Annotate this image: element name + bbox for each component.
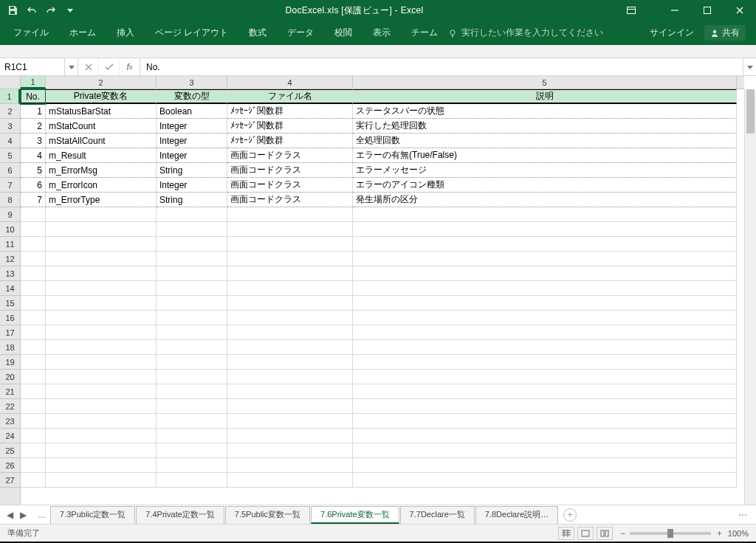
cell[interactable] (21, 340, 46, 355)
cell[interactable] (157, 222, 227, 237)
undo-icon[interactable] (24, 2, 40, 18)
cell[interactable] (157, 355, 227, 370)
cell[interactable] (46, 325, 157, 340)
sheet-overflow-left[interactable]: ... (33, 510, 49, 520)
qat-customize-icon[interactable] (62, 2, 78, 18)
cell[interactable]: 画面コードクラス (227, 178, 353, 193)
tab-data[interactable]: データ (277, 21, 324, 45)
cell[interactable] (353, 384, 737, 399)
row-header[interactable]: 6 (0, 163, 20, 178)
cell[interactable] (227, 340, 353, 355)
cell[interactable] (46, 370, 157, 384)
page-layout-view-button[interactable] (577, 527, 594, 540)
cell[interactable]: m_ErrorIcon (46, 178, 157, 193)
row-header[interactable]: 10 (0, 222, 20, 237)
close-button[interactable] (724, 0, 756, 21)
row-header[interactable]: 19 (0, 355, 20, 370)
row-header[interactable]: 27 (0, 473, 20, 488)
sheet-tab[interactable]: 7.3Public定数一覧 (50, 506, 135, 524)
normal-view-button[interactable] (558, 527, 574, 540)
cell[interactable]: m_ErrorType (46, 193, 157, 207)
signin-link[interactable]: サインイン (650, 27, 694, 39)
formula-bar-expand[interactable] (743, 58, 756, 75)
cell[interactable]: 説明 (353, 89, 737, 104)
cell[interactable] (46, 252, 157, 266)
row-header[interactable]: 24 (0, 429, 20, 443)
cell[interactable] (46, 473, 157, 488)
cell[interactable] (21, 399, 46, 414)
cell[interactable] (21, 325, 46, 340)
cell[interactable]: 画面コードクラス (227, 193, 353, 207)
cell[interactable] (353, 414, 737, 429)
cell[interactable] (157, 325, 227, 340)
cell[interactable] (21, 237, 46, 252)
cell[interactable]: Integer (157, 134, 227, 148)
cell[interactable]: 全処理回数 (353, 134, 737, 148)
cell[interactable] (353, 458, 737, 473)
zoom-slider-knob[interactable] (667, 529, 673, 538)
save-icon[interactable] (4, 2, 21, 18)
enter-formula-button[interactable] (99, 58, 120, 75)
row-header[interactable]: 11 (0, 237, 20, 252)
cell-area[interactable]: No.Private変数名変数の型ファイル名説明1mStatusBarStatB… (21, 89, 744, 505)
cell[interactable] (46, 311, 157, 325)
cell[interactable] (353, 325, 737, 340)
cell[interactable] (46, 281, 157, 296)
cell[interactable]: m_Result (46, 148, 157, 163)
cell[interactable]: 7 (21, 193, 46, 207)
column-header[interactable]: 5 (353, 76, 737, 89)
cell[interactable]: ファイル名 (227, 89, 353, 104)
column-headers[interactable]: 12345 (21, 76, 744, 89)
cell[interactable] (157, 473, 227, 488)
row-header[interactable]: 26 (0, 458, 20, 473)
cell[interactable]: Private変数名 (46, 89, 157, 104)
cell[interactable] (157, 399, 227, 414)
page-break-view-button[interactable] (597, 527, 613, 540)
cell[interactable] (353, 429, 737, 443)
cell[interactable] (46, 399, 157, 414)
row-header[interactable]: 22 (0, 399, 20, 414)
minimize-button[interactable] (659, 0, 691, 21)
spreadsheet-grid[interactable]: 12345 1234567891011121314151617181920212… (0, 76, 756, 505)
cell[interactable] (46, 429, 157, 443)
row-header[interactable]: 23 (0, 414, 20, 429)
cell[interactable]: Integer (157, 119, 227, 134)
maximize-button[interactable] (691, 0, 724, 21)
row-header[interactable]: 4 (0, 134, 20, 148)
cell[interactable] (353, 311, 737, 325)
row-header[interactable]: 14 (0, 281, 20, 296)
sheet-tab[interactable]: 7.4Private定数一覧 (136, 506, 224, 524)
cell[interactable] (46, 296, 157, 311)
cell[interactable] (227, 311, 353, 325)
row-header[interactable]: 9 (0, 207, 20, 222)
cell[interactable] (227, 473, 353, 488)
sheet-nav-next-icon[interactable]: ▶ (18, 510, 28, 520)
tab-review[interactable]: 校閲 (324, 21, 362, 45)
cell[interactable]: 変数の型 (157, 89, 227, 104)
cell[interactable] (157, 414, 227, 429)
cell[interactable]: 3 (21, 134, 46, 148)
cell[interactable]: ﾒｯｾｰｼﾞ関数群 (227, 119, 353, 134)
cell[interactable] (157, 384, 227, 399)
cell[interactable]: Boolean (157, 104, 227, 119)
cell[interactable]: ﾒｯｾｰｼﾞ関数群 (227, 134, 353, 148)
cell[interactable] (227, 370, 353, 384)
tell-me[interactable]: 実行したい作業を入力してください (448, 27, 603, 39)
tab-formulas[interactable]: 数式 (238, 21, 277, 45)
cell[interactable] (157, 311, 227, 325)
cell[interactable] (353, 237, 737, 252)
cell[interactable]: String (157, 193, 227, 207)
cell[interactable] (46, 222, 157, 237)
cell[interactable]: 画面コードクラス (227, 148, 353, 163)
cell[interactable]: m_ErrorMsg (46, 163, 157, 178)
cell[interactable] (157, 370, 227, 384)
cell[interactable] (46, 237, 157, 252)
select-all-corner[interactable] (0, 76, 21, 89)
row-header[interactable]: 5 (0, 148, 20, 163)
share-button[interactable]: 共有 (704, 25, 746, 41)
cell[interactable]: No. (21, 89, 46, 104)
sheet-tab[interactable]: 7.5Public変数一覧 (225, 506, 310, 524)
redo-icon[interactable] (43, 2, 59, 18)
cell[interactable] (46, 384, 157, 399)
cell[interactable] (46, 458, 157, 473)
